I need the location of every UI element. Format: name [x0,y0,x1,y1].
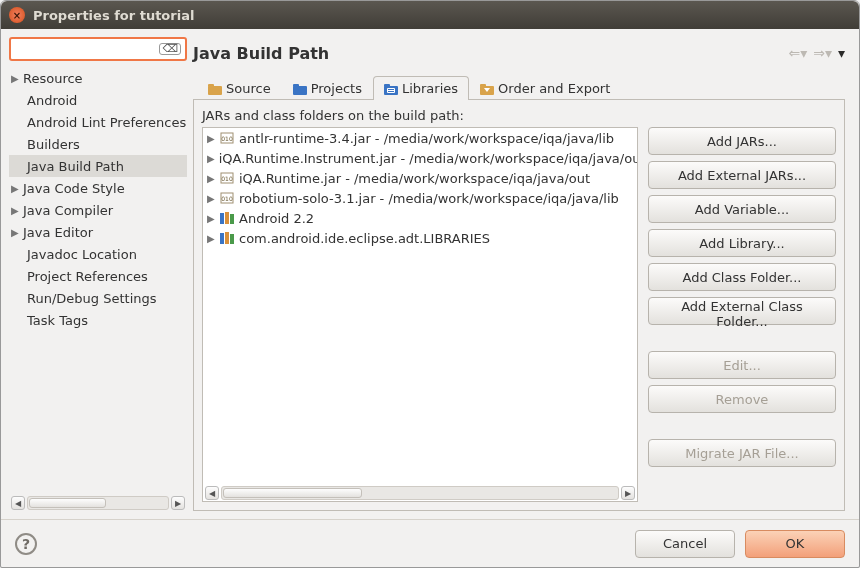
library-entry[interactable]: ▶010iQA.Runtime.jar - /media/work/worksp… [203,168,637,188]
nav-history: ⇐▾ ⇒▾ ▾ [788,45,845,61]
sidebar-item-label: Builders [27,137,80,152]
add-external-class-folder-button[interactable]: Add External Class Folder... [648,297,836,325]
expand-arrow-icon: ▶ [207,173,219,184]
library-entry-label: iQA.Runtime.Instrument.jar - /media/work… [219,151,637,166]
scroll-left-icon[interactable]: ◀ [11,496,25,510]
svg-text:010: 010 [221,135,233,142]
library-icon [219,211,235,225]
expand-arrow-icon: ▶ [207,193,219,204]
svg-rect-8 [388,91,394,92]
sidebar-item[interactable]: ▶Resource [9,67,187,89]
library-icon [219,231,235,245]
svg-rect-5 [384,84,390,87]
category-tree[interactable]: ▶ResourceAndroidAndroid Lint Preferences… [9,67,187,491]
svg-rect-1 [208,84,214,87]
window-title: Properties for tutorial [33,8,194,23]
jar-icon: 010 [219,171,235,185]
filter-field[interactable]: ⌫ [9,37,187,61]
sidebar-item[interactable]: ▶Java Compiler [9,199,187,221]
tab-source[interactable]: Source [197,76,282,100]
library-entry-label: antlr-runtime-3.4.jar - /media/work/work… [239,131,614,146]
scroll-left-icon[interactable]: ◀ [205,486,219,500]
tab-projects[interactable]: Projects [282,76,373,100]
library-entry[interactable]: ▶com.android.ide.eclipse.adt.LIBRARIES [203,228,637,248]
sidebar-item[interactable]: Java Build Path [9,155,187,177]
library-entry[interactable]: ▶Android 2.2 [203,208,637,228]
add-jars-button[interactable]: Add JARs... [648,127,836,155]
nav-forward-icon[interactable]: ⇒▾ [813,45,832,61]
sidebar-item-label: Javadoc Location [27,247,137,262]
expand-arrow-icon: ▶ [11,183,23,194]
remove-button: Remove [648,385,836,413]
sidebar-item-label: Android Lint Preferences [27,115,186,130]
svg-rect-23 [225,232,229,244]
tabstrip: SourceProjectsLibrariesOrder and Export [193,75,845,100]
nav-back-icon[interactable]: ⇐▾ [788,45,807,61]
tab-label: Libraries [402,81,458,96]
sidebar-item-label: Java Build Path [27,159,124,174]
expand-arrow-icon: ▶ [11,205,23,216]
svg-rect-2 [293,86,307,95]
scroll-track[interactable] [221,486,619,500]
sidebar-item-label: Java Editor [23,225,93,240]
sidebar-item[interactable]: Task Tags [9,309,187,331]
sidebar-item[interactable]: Builders [9,133,187,155]
add-external-jars-button[interactable]: Add External JARs... [648,161,836,189]
clear-filter-icon[interactable]: ⌫ [159,43,181,55]
sidebar-item[interactable]: Android Lint Preferences [9,111,187,133]
sidebar-item-label: Resource [23,71,83,86]
library-entry-label: com.android.ide.eclipse.adt.LIBRARIES [239,231,490,246]
library-entry-label: robotium-solo-3.1.jar - /media/work/work… [239,191,619,206]
jar-icon: 010 [219,131,235,145]
add-library-button[interactable]: Add Library... [648,229,836,257]
svg-rect-7 [388,89,394,90]
nav-menu-icon[interactable]: ▾ [838,45,845,61]
jar-icon: 010 [219,191,235,205]
add-variable-button[interactable]: Add Variable... [648,195,836,223]
library-entry[interactable]: ▶010iQA.Runtime.Instrument.jar - /media/… [203,148,637,168]
svg-text:010: 010 [221,195,233,202]
expand-arrow-icon: ▶ [11,73,23,84]
svg-rect-0 [208,86,222,95]
scroll-thumb[interactable] [223,488,362,498]
sidebar-item[interactable]: ▶Java Editor [9,221,187,243]
svg-text:010: 010 [221,175,233,182]
sidebar-item[interactable]: Run/Debug Settings [9,287,187,309]
sidebar-item[interactable]: Javadoc Location [9,243,187,265]
tab-libraries[interactable]: Libraries [373,76,469,100]
scroll-right-icon[interactable]: ▶ [171,496,185,510]
sidebar-item-label: Run/Debug Settings [27,291,157,306]
filter-input[interactable] [15,41,159,57]
window-close-button[interactable]: × [9,7,25,23]
page-title: Java Build Path [193,44,788,63]
scroll-track[interactable] [27,496,169,510]
libraries-tree[interactable]: ▶010antlr-runtime-3.4.jar - /media/work/… [202,127,638,502]
sidebar-item[interactable]: Android [9,89,187,111]
scroll-thumb[interactable] [29,498,106,508]
scroll-right-icon[interactable]: ▶ [621,486,635,500]
tab-label: Projects [311,81,362,96]
add-class-folder-button[interactable]: Add Class Folder... [648,263,836,291]
library-entry[interactable]: ▶010robotium-solo-3.1.jar - /media/work/… [203,188,637,208]
library-entry-label: iQA.Runtime.jar - /media/work/workspace/… [239,171,590,186]
sidebar-item[interactable]: ▶Java Code Style [9,177,187,199]
sidebar-item-label: Java Code Style [23,181,125,196]
library-entry-label: Android 2.2 [239,211,314,226]
tab-label: Source [226,81,271,96]
svg-rect-3 [293,84,299,87]
help-icon[interactable]: ? [15,533,37,555]
sidebar-item-label: Android [27,93,77,108]
sidebar-scrollbar[interactable]: ◀ ▶ [9,495,187,511]
expand-arrow-icon: ▶ [207,153,215,164]
library-entry[interactable]: ▶010antlr-runtime-3.4.jar - /media/work/… [203,128,637,148]
sidebar-item[interactable]: Project References [9,265,187,287]
libraries-scrollbar[interactable]: ◀ ▶ [203,485,637,501]
tab-order-and-export[interactable]: Order and Export [469,76,621,100]
sidebar-item-label: Java Compiler [23,203,113,218]
sidebar-item-label: Task Tags [27,313,88,328]
description: JARs and class folders on the build path… [202,108,836,123]
ok-button[interactable]: OK [745,530,845,558]
migrate-button: Migrate JAR File... [648,439,836,467]
cancel-button[interactable]: Cancel [635,530,735,558]
svg-rect-24 [230,234,234,244]
